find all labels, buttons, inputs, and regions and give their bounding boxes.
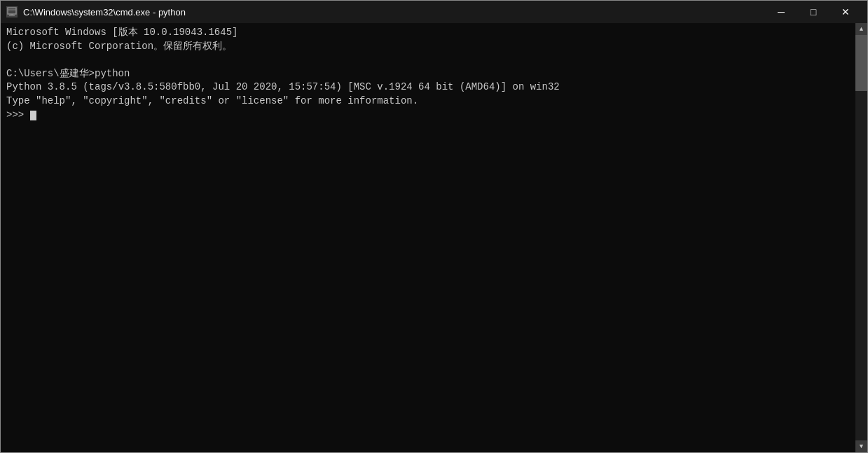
terminal-line-6: >>> — [6, 109, 853, 123]
scroll-down-button[interactable]: ▼ — [855, 440, 867, 452]
window-controls: ─ □ ✕ — [765, 1, 862, 23]
svg-rect-0 — [8, 8, 16, 14]
terminal-line-2 — [6, 53, 853, 67]
terminal-line-3: C:\Users\盛建华>python — [6, 67, 853, 81]
terminal-area[interactable]: Microsoft Windows [版本 10.0.19043.1645](c… — [1, 23, 855, 452]
window-icon — [6, 6, 18, 18]
svg-rect-2 — [9, 15, 15, 16]
title-bar: C:\Windows\system32\cmd.exe - python ─ □… — [1, 1, 867, 23]
terminal-line-1: (c) Microsoft Corporation。保留所有权利。 — [6, 40, 853, 54]
terminal-line-5: Type "help", "copyright", "credits" or "… — [6, 95, 853, 109]
cursor-blink — [30, 111, 36, 120]
maximize-button[interactable]: □ — [797, 1, 829, 23]
scrollbar-vertical: ▲ ▼ — [855, 23, 867, 452]
terminal-content: Microsoft Windows [版本 10.0.19043.1645](c… — [6, 26, 853, 122]
scroll-up-button[interactable]: ▲ — [855, 23, 867, 35]
minimize-button[interactable]: ─ — [765, 1, 797, 23]
cmd-window: C:\Windows\system32\cmd.exe - python ─ □… — [0, 0, 868, 453]
terminal-line-4: Python 3.8.5 (tags/v3.8.5:580fbb0, Jul 2… — [6, 81, 853, 95]
close-button[interactable]: ✕ — [829, 1, 862, 23]
scrollbar-thumb[interactable] — [855, 35, 867, 91]
window-title: C:\Windows\system32\cmd.exe - python — [23, 7, 765, 18]
terminal-line-0: Microsoft Windows [版本 10.0.19043.1645] — [6, 26, 853, 40]
scrollbar-track[interactable] — [855, 35, 867, 440]
window-body: Microsoft Windows [版本 10.0.19043.1645](c… — [1, 23, 867, 452]
svg-rect-3 — [11, 14, 13, 15]
